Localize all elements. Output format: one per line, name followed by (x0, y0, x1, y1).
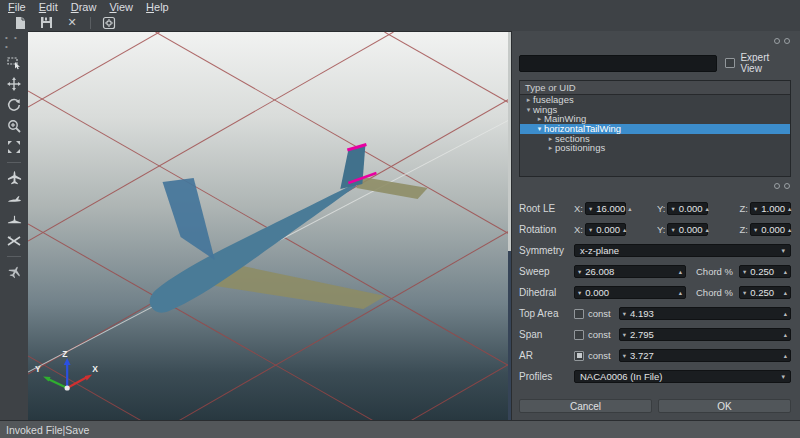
expand-arrow-icon[interactable]: ▸ (546, 134, 555, 144)
tree-item-positionings[interactable]: ▸ positionings (520, 143, 790, 153)
top-area-label: Top Area (519, 308, 574, 319)
view-perspective-icon[interactable] (5, 264, 23, 280)
ok-button[interactable]: OK (658, 399, 791, 413)
status-message: Invoked File|Save (6, 424, 89, 436)
rotate-view-icon[interactable] (5, 97, 23, 113)
spin-down-icon[interactable]: ▾ (620, 310, 629, 318)
view-front-icon[interactable] (5, 212, 23, 228)
spin-up-icon[interactable]: ▴ (703, 205, 712, 213)
spin-down-icon[interactable]: ▾ (751, 205, 760, 213)
menu-file[interactable]: File (3, 1, 34, 13)
rotation-x-spinbox[interactable]: ▾0.000▴ (585, 223, 626, 236)
top-area-const-checkbox[interactable] (574, 309, 584, 319)
view-axonometric-icon[interactable] (5, 233, 23, 249)
spin-down-icon[interactable]: ▾ (740, 289, 749, 297)
dock-close-icon[interactable] (784, 183, 790, 189)
rotation-z-spinbox[interactable]: ▾0.000▴ (750, 223, 791, 236)
new-file-icon[interactable] (7, 15, 33, 31)
main-area: • • • (0, 31, 800, 420)
toolbar-grip-icon[interactable]: • • • (5, 34, 23, 50)
root-le-y-spinbox[interactable]: ▾0.000▴ (667, 202, 708, 215)
settings-icon[interactable] (96, 15, 122, 31)
spin-up-icon[interactable]: ▴ (676, 268, 685, 276)
spin-up-icon[interactable]: ▴ (620, 226, 629, 234)
ar-spinbox[interactable]: ▾3.727▴ (619, 349, 791, 362)
z-label: Z: (740, 224, 748, 235)
rotation-y-spinbox[interactable]: ▾0.000▴ (667, 223, 708, 236)
zoom-icon[interactable] (5, 118, 23, 134)
fit-all-icon[interactable] (5, 139, 23, 155)
rotation-row: Rotation X: ▾0.000▴ Y: ▾0.000▴ Z: ▾0.000… (519, 223, 791, 236)
spin-up-icon[interactable]: ▴ (781, 352, 790, 360)
cancel-button[interactable]: Cancel (519, 399, 652, 413)
spin-down-icon[interactable]: ▾ (586, 226, 595, 234)
spin-up-icon[interactable]: ▴ (625, 205, 634, 213)
span-const-checkbox[interactable] (574, 330, 584, 340)
spin-up-icon[interactable]: ▴ (781, 310, 790, 318)
pan-icon[interactable] (5, 76, 23, 92)
spin-down-icon[interactable]: ▾ (586, 205, 595, 213)
spin-down-icon[interactable]: ▾ (575, 268, 584, 276)
sweep-spinbox[interactable]: ▾26.008▴ (574, 265, 686, 278)
viewport-scrollbar[interactable] (508, 32, 511, 251)
spin-up-icon[interactable]: ▴ (781, 289, 790, 297)
root-le-x-spinbox[interactable]: ▾16.000▴ (585, 202, 626, 215)
spin-up-icon[interactable]: ▴ (676, 289, 685, 297)
view-side-icon[interactable] (5, 191, 23, 207)
properties-dock-titlebar (519, 177, 791, 195)
dock-float-icon[interactable] (774, 38, 780, 44)
close-icon[interactable]: ✕ (59, 15, 85, 31)
spin-up-icon[interactable]: ▴ (785, 226, 794, 234)
menu-bar: File Edit Draw View Help (0, 0, 800, 14)
expand-arrow-icon[interactable]: ▾ (535, 124, 544, 134)
spin-up-icon[interactable]: ▴ (781, 331, 790, 339)
ar-const-checkbox[interactable] (574, 351, 584, 361)
dock-close-icon[interactable] (784, 38, 790, 44)
tree-dock-titlebar (519, 31, 791, 51)
menu-edit[interactable]: Edit (34, 1, 66, 13)
expand-arrow-icon[interactable]: ▾ (524, 105, 533, 115)
dihedral-spinbox[interactable]: ▾0.000▴ (574, 286, 686, 299)
spin-down-icon[interactable]: ▾ (620, 331, 629, 339)
symmetry-combobox[interactable]: x-z-plane▾ (574, 244, 791, 257)
dock-float-icon[interactable] (774, 183, 780, 189)
root-le-label: Root LE (519, 203, 574, 214)
span-spinbox[interactable]: ▾2.795▴ (619, 328, 791, 341)
top-area-spinbox[interactable]: ▾4.193▴ (619, 307, 791, 320)
menu-draw[interactable]: Draw (66, 1, 105, 13)
z-label: Z: (740, 203, 748, 214)
span-label: Span (519, 329, 574, 340)
dihedral-chord-spinbox[interactable]: ▾0.250▴ (739, 286, 791, 299)
tree-item-fuselages[interactable]: ▸ fuselages (520, 95, 790, 105)
profiles-combobox[interactable]: NACA0006 (In File)▾ (574, 370, 791, 383)
root-le-z-spinbox[interactable]: ▾1.000▴ (750, 202, 791, 215)
save-icon[interactable] (33, 15, 59, 31)
rotation-label: Rotation (519, 224, 574, 235)
spin-up-icon[interactable]: ▴ (703, 226, 712, 234)
tree-header[interactable]: Type or UID (520, 81, 790, 95)
viewport-scrollbar-track (508, 251, 511, 420)
spin-down-icon[interactable]: ▾ (575, 289, 584, 297)
search-input[interactable] (519, 55, 717, 72)
expert-view-checkbox[interactable] (725, 58, 735, 68)
y-label: Y: (657, 224, 665, 235)
expand-arrow-icon[interactable]: ▸ (535, 114, 544, 124)
spin-up-icon[interactable]: ▴ (785, 205, 794, 213)
search-row: Expert View (519, 54, 791, 72)
expand-arrow-icon[interactable]: ▸ (524, 95, 533, 105)
axis-label-z: Z (62, 349, 67, 359)
spin-down-icon[interactable]: ▾ (668, 226, 677, 234)
spin-down-icon[interactable]: ▾ (740, 268, 749, 276)
spin-up-icon[interactable]: ▴ (781, 268, 790, 276)
menu-view[interactable]: View (104, 1, 141, 13)
expand-arrow-icon[interactable]: ▸ (546, 143, 555, 153)
menu-help[interactable]: Help (141, 1, 177, 13)
spin-down-icon[interactable]: ▾ (620, 352, 629, 360)
profiles-row: Profiles NACA0006 (In File)▾ (519, 370, 791, 383)
sweep-chord-spinbox[interactable]: ▾0.250▴ (739, 265, 791, 278)
spin-down-icon[interactable]: ▾ (668, 205, 677, 213)
main-viewport[interactable]: X Y Z (28, 31, 511, 420)
select-icon[interactable] (5, 55, 23, 71)
view-top-icon[interactable] (5, 170, 23, 186)
spin-down-icon[interactable]: ▾ (751, 226, 760, 234)
